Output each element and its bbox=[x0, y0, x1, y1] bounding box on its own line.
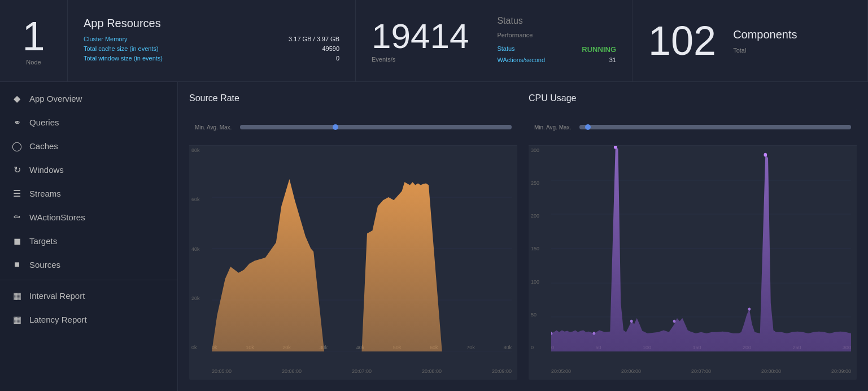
components-details: Components Total bbox=[733, 28, 852, 54]
sidebar-item-wactionstores[interactable]: ⚰ WActionStores bbox=[0, 205, 177, 229]
perf-title: Performance bbox=[497, 32, 616, 38]
cpu-y-200: 200 bbox=[531, 213, 539, 219]
cluster-memory-label: Cluster Memory bbox=[84, 36, 128, 42]
source-rate-range-selector[interactable]: Min. Avg. Max. bbox=[189, 109, 517, 146]
sidebar-item-caches[interactable]: ◯ Caches bbox=[0, 134, 177, 158]
sidebar-label-streams: Streams bbox=[29, 189, 61, 198]
cluster-memory-row: Cluster Memory 3.17 GB / 3.97 GB bbox=[84, 36, 339, 42]
source-rate-range-handle[interactable] bbox=[333, 124, 338, 130]
search-icon: ⚭ bbox=[11, 116, 23, 128]
time-label-1: 20:05:00 bbox=[212, 368, 232, 374]
cpu-time-1: 20:05:00 bbox=[551, 368, 571, 374]
cpu-y-100: 100 bbox=[531, 279, 539, 285]
app-resources-title: App Resources bbox=[84, 17, 339, 30]
cpu-y-150: 150 bbox=[531, 246, 539, 251]
components-block: 102 Components Total bbox=[633, 0, 868, 81]
status-value: RUNNING bbox=[582, 45, 616, 54]
time-label-5: 20:09:00 bbox=[492, 368, 512, 374]
sidebar-label-targets: Targets bbox=[29, 236, 57, 246]
time-label-3: 20:07:00 bbox=[352, 368, 372, 374]
sidebar-item-app-overview[interactable]: ◆ App Overview bbox=[0, 86, 177, 110]
cpu-y-50: 50 bbox=[531, 312, 539, 318]
sidebar-label-queries: Queries bbox=[29, 118, 59, 127]
cpu-range-fill bbox=[579, 125, 851, 129]
source-rate-range-label: Min. Avg. Max. bbox=[195, 124, 232, 131]
sidebar-item-targets[interactable]: ◼ Targets bbox=[0, 229, 177, 253]
cpu-range-label: Min. Avg. Max. bbox=[534, 124, 571, 131]
svg-point-13 bbox=[592, 332, 595, 334]
y-label-60k: 60k bbox=[191, 197, 200, 202]
window-label: Total window size (in events) bbox=[84, 55, 163, 62]
source-rate-range-fill bbox=[240, 125, 512, 129]
file-icon-latency: ▦ bbox=[11, 314, 23, 325]
source-rate-time-axis: 20:05:00 20:06:00 20:07:00 20:08:00 20:0… bbox=[212, 368, 512, 374]
sidebar-item-windows[interactable]: ↻ Windows bbox=[0, 158, 177, 181]
cpu-time-axis: 20:05:00 20:06:00 20:07:00 20:08:00 20:0… bbox=[551, 368, 851, 374]
y-label-0k: 0k bbox=[191, 345, 200, 350]
source-rate-chart: Min. Avg. Max. 0k 10k 20k 30k 40k 50k 60… bbox=[189, 109, 517, 380]
y-label-40k: 40k bbox=[191, 246, 200, 252]
cpu-range-handle[interactable] bbox=[585, 124, 591, 130]
cpu-usage-svg bbox=[551, 146, 851, 351]
sidebar-label-caches: Caches bbox=[29, 141, 58, 151]
svg-point-15 bbox=[630, 320, 633, 323]
sidebar-label-wactionstores: WActionStores bbox=[29, 212, 85, 222]
chat-icon: ◼ bbox=[11, 235, 23, 246]
cpu-usage-title: CPU Usage bbox=[529, 93, 857, 103]
source-rate-chart-container: Source Rate Min. Avg. Max. 0k 10k 20k 30… bbox=[189, 93, 517, 380]
sidebar: ◆ App Overview ⚭ Queries ◯ Caches ↻ Wind… bbox=[0, 82, 178, 391]
main-layout: ◆ App Overview ⚭ Queries ◯ Caches ↻ Wind… bbox=[0, 82, 868, 391]
source-rate-title: Source Rate bbox=[189, 93, 517, 103]
sidebar-item-streams[interactable]: ☰ Streams bbox=[0, 181, 177, 205]
wactions-row: WActions/second 31 bbox=[497, 57, 616, 63]
source-rate-y-labels: 80k 60k 40k 20k 0k bbox=[191, 147, 200, 350]
archive-icon: ◯ bbox=[11, 140, 23, 151]
sidebar-item-sources[interactable]: ■ Sources bbox=[0, 253, 177, 276]
events-label: Events/s bbox=[372, 56, 395, 63]
svg-point-16 bbox=[673, 320, 676, 323]
nav-divider bbox=[0, 280, 177, 280]
time-label-2: 20:06:00 bbox=[282, 368, 302, 374]
cpu-usage-chart: Min. Avg. Max. 0 50 100 150 200 250 300 bbox=[529, 109, 857, 380]
window-row: Total window size (in events) 0 bbox=[84, 55, 339, 62]
components-title: Components bbox=[733, 28, 852, 41]
app-resources-details: App Resources Cluster Memory 3.17 GB / 3… bbox=[84, 17, 339, 64]
source-rate-svg bbox=[212, 146, 512, 351]
sidebar-item-latency-report[interactable]: ▦ Latency Report bbox=[0, 307, 177, 331]
cpu-range-selector[interactable]: Min. Avg. Max. bbox=[529, 109, 857, 146]
source-rate-area bbox=[212, 179, 512, 351]
cpu-time-5: 20:09:00 bbox=[831, 368, 851, 374]
history-icon: ↻ bbox=[11, 164, 23, 175]
components-total-label: Total bbox=[733, 47, 852, 54]
cpu-range-track[interactable] bbox=[579, 125, 851, 129]
node-count: 1 bbox=[22, 16, 45, 57]
lock-icon: ■ bbox=[11, 259, 23, 270]
sidebar-label-sources: Sources bbox=[29, 260, 60, 270]
sidebar-label-interval-report: Interval Report bbox=[29, 291, 85, 301]
globe-icon: ◆ bbox=[11, 93, 23, 104]
database-icon: ⚰ bbox=[11, 211, 23, 223]
source-rate-range-track[interactable] bbox=[240, 125, 512, 129]
sidebar-item-queries[interactable]: ⚭ Queries bbox=[0, 110, 177, 134]
node-label: Node bbox=[26, 59, 41, 66]
status-label: Status bbox=[497, 45, 514, 54]
sidebar-label-app-overview: App Overview bbox=[29, 94, 82, 103]
time-label-4: 20:08:00 bbox=[422, 368, 442, 374]
performance-details: Status Performance Status RUNNING WActio… bbox=[497, 16, 616, 66]
performance-title: Status bbox=[497, 16, 616, 26]
cluster-memory-value: 3.17 GB / 3.97 GB bbox=[289, 36, 339, 42]
sidebar-item-interval-report[interactable]: ▦ Interval Report bbox=[0, 284, 177, 307]
y-label-20k: 20k bbox=[191, 296, 200, 301]
cpu-y-250: 250 bbox=[531, 180, 539, 186]
sidebar-label-windows: Windows bbox=[29, 165, 64, 175]
cache-label: Total cache size (in events) bbox=[84, 45, 159, 52]
cpu-time-4: 20:08:00 bbox=[761, 368, 781, 374]
y-label-80k: 80k bbox=[191, 147, 200, 153]
cpu-y-300: 300 bbox=[531, 147, 539, 153]
file-icon-interval: ▦ bbox=[11, 290, 23, 301]
status-row: Status RUNNING bbox=[497, 45, 616, 54]
cpu-usage-area bbox=[551, 147, 851, 351]
cpu-time-3: 20:07:00 bbox=[691, 368, 711, 374]
wactions-label: WActions/second bbox=[497, 57, 545, 63]
cpu-y-labels: 300 250 200 150 100 50 0 bbox=[531, 147, 539, 350]
